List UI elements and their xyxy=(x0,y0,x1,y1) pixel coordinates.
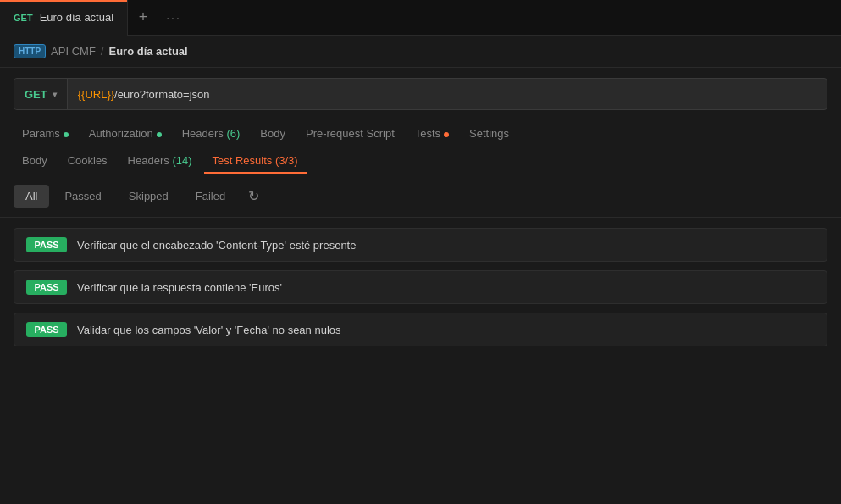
tab-tests[interactable]: Tests xyxy=(407,120,457,147)
breadcrumb-separator: / xyxy=(101,45,104,58)
test-description-3: Validar que los campos 'Valor' y 'Fecha'… xyxy=(77,324,341,336)
http-badge: HTTP xyxy=(14,44,46,58)
test-results-list: PASS Verificar que el encabezado 'Conten… xyxy=(0,218,841,357)
tab-method-label: GET xyxy=(14,13,33,23)
method-label: GET xyxy=(25,88,47,101)
more-tabs-button[interactable]: ··· xyxy=(158,0,189,36)
filter-passed-button[interactable]: Passed xyxy=(53,185,113,208)
url-bar: GET ▾ {{URL}}/euro?formato=json xyxy=(14,78,827,110)
res-tab-headers[interactable]: Headers (14) xyxy=(119,147,201,174)
res-tab-cookies[interactable]: Cookies xyxy=(59,147,116,174)
breadcrumb-collection[interactable]: API CMF xyxy=(51,45,96,58)
breadcrumb: HTTP API CMF / Euro día actual xyxy=(0,36,841,68)
filter-failed-button[interactable]: Failed xyxy=(184,185,237,208)
res-tab-test-results[interactable]: Test Results (3/3) xyxy=(204,147,307,174)
filter-all-button[interactable]: All xyxy=(14,185,49,208)
breadcrumb-current: Euro día actual xyxy=(108,45,187,58)
pass-badge-1: PASS xyxy=(26,237,67,252)
headers-count: (14) xyxy=(172,154,191,167)
request-tabs: Params Authorization Headers (6) Body Pr… xyxy=(0,120,841,147)
pass-badge-2: PASS xyxy=(26,280,67,295)
tab-title-label: Euro día actual xyxy=(40,11,113,24)
tests-dot xyxy=(444,132,449,137)
response-tabs: Body Cookies Headers (14) Test Results (… xyxy=(0,147,841,174)
tab-body[interactable]: Body xyxy=(252,120,294,147)
test-description-2: Verificar que la respuesta contiene 'Eur… xyxy=(77,281,282,294)
test-result-row: PASS Verificar que la respuesta contiene… xyxy=(14,270,827,304)
test-description-1: Verificar que el encabezado 'Content-Typ… xyxy=(77,239,356,252)
tab-get-euro[interactable]: GET Euro día actual xyxy=(0,0,128,36)
url-variable: {{URL}} xyxy=(78,88,114,101)
url-display[interactable]: {{URL}}/euro?formato=json xyxy=(68,88,827,101)
refresh-button[interactable]: ↻ xyxy=(241,183,266,208)
tab-params[interactable]: Params xyxy=(14,120,77,147)
pass-badge-3: PASS xyxy=(26,322,67,337)
add-tab-button[interactable]: + xyxy=(128,0,158,36)
test-result-row: PASS Validar que los campos 'Valor' y 'F… xyxy=(14,313,827,346)
tab-pre-request-script[interactable]: Pre-request Script xyxy=(297,120,403,147)
tab-authorization[interactable]: Authorization xyxy=(80,120,170,147)
url-path: /euro?formato=json xyxy=(114,88,209,101)
tab-headers[interactable]: Headers (6) xyxy=(174,120,249,147)
res-tab-body[interactable]: Body xyxy=(14,147,56,174)
method-selector[interactable]: GET ▾ xyxy=(14,79,68,109)
tab-settings[interactable]: Settings xyxy=(461,120,517,147)
test-results-count: (3/3) xyxy=(275,154,298,167)
params-dot xyxy=(64,132,69,137)
tab-bar: GET Euro día actual + ··· xyxy=(0,0,841,36)
filter-skipped-button[interactable]: Skipped xyxy=(117,185,180,208)
method-chevron-icon: ▾ xyxy=(53,90,57,99)
filter-bar: All Passed Skipped Failed ↻ xyxy=(0,174,841,218)
authorization-dot xyxy=(157,132,162,137)
test-result-row: PASS Verificar que el encabezado 'Conten… xyxy=(14,228,827,262)
